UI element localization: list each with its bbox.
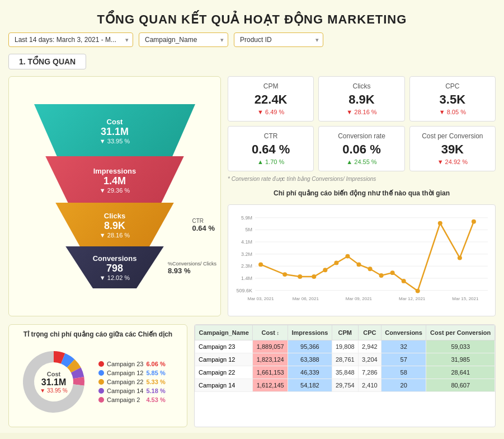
funnel-cost: Cost 31.1M 33.95 % (25, 104, 204, 157)
legend-dot (98, 379, 104, 385)
kpi-change: 1.70 % (235, 158, 307, 165)
kpi-value: 3.5K (417, 92, 488, 107)
kpi-value: 0.64 % (235, 142, 307, 157)
funnel-clicks-value: 8.9K (104, 220, 125, 232)
kpi-title: CPM (235, 82, 307, 90)
svg-point-17 (312, 274, 316, 279)
funnel-cost-label: Cost (107, 118, 123, 126)
conv-side-label: %Conversions/ Clicks 8.93 % (168, 260, 216, 274)
kpi-title: Conversion rate (326, 132, 397, 140)
td-cpc: 3,204 (358, 353, 381, 366)
svg-point-23 (379, 273, 384, 278)
th-cpm: CPM (332, 325, 358, 340)
donut-area: Cost 31.1M ▼ 33.95 % Campaign 23 6.06 % … (15, 343, 181, 421)
kpi-value: 22.4K (235, 92, 307, 107)
funnel-area: Cost 31.1M 33.95 % Impressions 1.4M 29.3… (12, 104, 218, 288)
kpi-card-cost-per-conversion: Cost per Conversion 39K 24.92 % (409, 126, 496, 171)
funnel-conversions-value: 798 (106, 263, 123, 274)
legend-item: Campaign 2 4.53 % (98, 396, 166, 403)
svg-text:Mar 09, 2021: Mar 09, 2021 (346, 296, 373, 301)
td-campaign-name: Campaign 12 (195, 353, 253, 366)
legend-dot (98, 370, 104, 376)
table-row: Campaign 12 1,823,124 63,388 28,761 3,20… (195, 353, 495, 366)
td-cpc: 2,410 (358, 379, 381, 392)
td-cpc-conv: 80,607 (426, 379, 495, 392)
kpi-card-conversion-rate: Conversion rate 0.06 % 24.55 % (318, 126, 404, 171)
kpi-grid: CPM 22.4K 6.49 % Clicks 8.9K 28.16 % CPC… (228, 76, 496, 171)
table-container: Campaign_Name Cost Impressions CPM CPC C… (194, 324, 496, 427)
th-impressions: Impressions (288, 325, 332, 340)
svg-point-20 (345, 254, 350, 259)
kpi-card-ctr: CTR 0.64 % 1.70 % (228, 126, 314, 171)
donut-legend: Campaign 23 6.06 % Campaign 12 5.85 % Ca… (98, 361, 166, 403)
table-row: Campaign 22 1,661,153 46,339 35,848 7,28… (195, 366, 495, 379)
funnel-impressions: Impressions 1.4M 29.36 % (38, 156, 192, 204)
svg-point-26 (416, 289, 420, 293)
svg-text:5M: 5M (246, 227, 253, 232)
td-impressions: 63,388 (288, 353, 332, 366)
svg-point-29 (472, 220, 476, 224)
table-row: Campaign 23 1,889,057 95,366 19,808 2,94… (195, 340, 495, 353)
funnel-conversions-change: 12.02 % (100, 274, 130, 281)
legend-val: 4.53 % (146, 396, 165, 403)
kpi-value: 39K (417, 142, 488, 157)
svg-point-18 (323, 268, 327, 272)
td-cost: 1,823,124 (253, 353, 288, 366)
funnel-clicks-label: Clicks (104, 212, 125, 220)
td-conversions: 32 (381, 340, 426, 353)
kpi-change: 24.92 % (417, 158, 488, 165)
legend-name: Campaign 22 (107, 379, 143, 385)
product-filter-wrapper: Product ID (234, 32, 323, 47)
legend-dot (98, 388, 104, 394)
line-chart-svg: 5.9M 5M 4.1M 3.2M 2.3M 1.4M 509.6K (233, 209, 491, 311)
td-cpc-conv: 59,033 (426, 340, 495, 353)
ctr-side-label: CTR 0.64 % (192, 218, 215, 232)
td-impressions: 54,182 (288, 379, 332, 392)
svg-point-22 (368, 267, 373, 271)
campaign-filter-wrapper: Campaign_Name (139, 32, 228, 47)
svg-text:2.3M: 2.3M (241, 263, 252, 269)
funnel-conversions-level: Conversions 798 12.02 % %Conversions/ Cl… (12, 246, 218, 288)
td-cpm: 29,754 (332, 379, 358, 392)
line-chart: 5.9M 5M 4.1M 3.2M 2.3M 1.4M 509.6K (228, 204, 496, 316)
date-filter[interactable]: Last 14 days: March 3, 2021 - M... (8, 32, 133, 47)
funnel-conversions-label: Conversions (93, 254, 137, 263)
td-cpm: 35,848 (332, 366, 358, 379)
donut-container: Tỉ trọng chi phí quảng cáo giữa các Chiế… (8, 324, 187, 427)
section2: Tỉ trọng chi phí quảng cáo giữa các Chiế… (8, 324, 496, 427)
kpi-change: 8.05 % (417, 109, 488, 115)
kpi-title: Clicks (326, 82, 397, 90)
section1: Cost 31.1M 33.95 % Impressions 1.4M 29.3… (8, 76, 496, 316)
campaign-filter[interactable]: Campaign_Name (139, 32, 228, 47)
th-cpc: CPC (358, 325, 381, 340)
funnel-cost-level: Cost 31.1M 33.95 % (12, 104, 218, 157)
th-cost[interactable]: Cost (253, 325, 288, 340)
svg-point-15 (282, 272, 287, 277)
svg-point-16 (298, 274, 302, 279)
kpi-title: Cost per Conversion (417, 132, 488, 140)
product-filter[interactable]: Product ID (234, 32, 323, 47)
table-row: Campaign 14 1,612,145 54,182 29,754 2,41… (195, 379, 495, 392)
funnel-impressions-level: Impressions 1.4M 29.36 % (12, 156, 218, 204)
donut-center-label: Cost (40, 371, 67, 377)
td-cpc: 7,286 (358, 366, 381, 379)
legend-dot (98, 361, 104, 367)
funnel-cost-value: 31.1M (101, 126, 129, 138)
svg-point-21 (356, 262, 361, 267)
section1-header: 1. TỔNG QUAN (8, 54, 86, 69)
page-title: TỔNG QUAN KẾT QUẢ HOẠT ĐỘNG MARKETING (8, 6, 496, 32)
legend-name: Campaign 23 (107, 361, 143, 367)
svg-text:Mar 12, 2021: Mar 12, 2021 (399, 296, 426, 301)
td-cpc-conv: 31,985 (426, 353, 495, 366)
page-container: TỔNG QUAN KẾT QUẢ HOẠT ĐỘNG MARKETING La… (0, 0, 504, 433)
svg-text:Mar 15, 2021: Mar 15, 2021 (452, 296, 479, 301)
td-campaign-name: Campaign 22 (195, 366, 253, 379)
funnel-impressions-label: Impressions (93, 167, 136, 175)
donut-center-change: ▼ 33.95 % (40, 387, 67, 394)
td-conversions: 58 (381, 366, 426, 379)
th-conversions: Conversions (381, 325, 426, 340)
td-conversions: 57 (381, 353, 426, 366)
td-campaign-name: Campaign 23 (195, 340, 253, 353)
legend-item: Campaign 22 5.33 % (98, 379, 166, 385)
kpi-value: 0.06 % (326, 142, 397, 157)
